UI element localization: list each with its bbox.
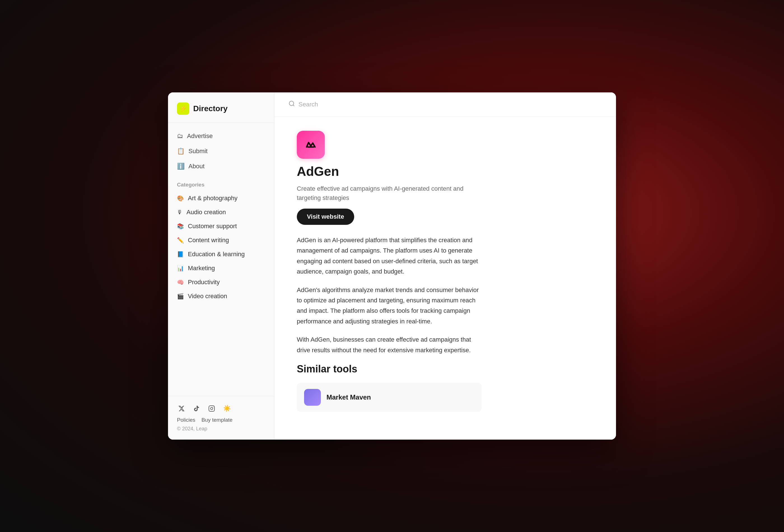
marketing-label: Marketing (188, 264, 215, 272)
copyright: © 2024, Leap (177, 426, 265, 432)
buy-template-link[interactable]: Buy template (201, 417, 232, 423)
customer-support-label: Customer support (188, 223, 237, 230)
advertise-label: Advertise (187, 133, 213, 140)
audio-creation-label: Audio creation (187, 208, 226, 216)
categories-label: Categories (168, 174, 274, 191)
instagram-icon[interactable] (207, 404, 216, 413)
app-window: ⚡ Directory 🗂 Advertise 📋 Submit ℹ️ Abou… (168, 92, 616, 440)
brand-logo-icon: ⚡ (177, 103, 189, 115)
advertise-icon: 🗂 (177, 133, 183, 140)
submit-label: Submit (189, 147, 207, 155)
footer-links: Policies Buy template (177, 417, 265, 423)
tiktok-icon[interactable] (192, 404, 201, 413)
art-photography-label: Art & photography (188, 195, 237, 202)
app-body: AdGen is an AI-powered platform that sim… (297, 235, 482, 355)
x-twitter-icon[interactable] (177, 404, 186, 413)
app-description: Create effective ad campaigns with AI-ge… (297, 184, 465, 202)
app-body-paragraph-3: With AdGen, businesses can create effect… (297, 334, 482, 355)
svg-line-4 (293, 105, 294, 106)
similar-tools-title: Similar tools (297, 363, 594, 375)
similar-tool-logo (304, 389, 321, 406)
sidebar-item-submit[interactable]: 📋 Submit (168, 144, 274, 159)
app-name: AdGen (297, 165, 594, 178)
video-creation-icon: 🎬 (177, 293, 184, 300)
sidebar-item-content-writing[interactable]: ✏️ Content writing (168, 233, 274, 247)
sidebar-item-education-learning[interactable]: 📘 Education & learning (168, 247, 274, 261)
sidebar-item-about[interactable]: ℹ️ About (168, 159, 274, 174)
about-icon: ℹ️ (177, 163, 185, 170)
policies-link[interactable]: Policies (177, 417, 195, 423)
sidebar-header: ⚡ Directory (168, 92, 274, 123)
app-body-paragraph-1: AdGen is an AI-powered platform that sim… (297, 235, 482, 277)
education-learning-label: Education & learning (188, 251, 245, 258)
theme-toggle-icon[interactable]: ☀️ (222, 404, 231, 413)
content-writing-label: Content writing (188, 236, 229, 244)
sidebar-item-art-photography[interactable]: 🎨 Art & photography (168, 191, 274, 205)
audio-creation-icon: 🎙 (177, 209, 183, 216)
sidebar-item-productivity[interactable]: 🧠 Productivity (168, 275, 274, 289)
submit-icon: 📋 (177, 147, 185, 155)
app-detail: AdGen Create effective ad campaigns with… (274, 117, 616, 440)
art-photography-icon: 🎨 (177, 195, 184, 202)
sidebar-item-audio-creation[interactable]: 🎙 Audio creation (168, 205, 274, 219)
app-logo (297, 131, 325, 159)
productivity-icon: 🧠 (177, 279, 184, 286)
similar-tool-card[interactable]: Market Maven (297, 383, 482, 412)
about-label: About (189, 163, 205, 170)
visit-website-button[interactable]: Visit website (297, 208, 354, 225)
sidebar-navigation: 🗂 Advertise 📋 Submit ℹ️ About Categories… (168, 123, 274, 303)
similar-tool-name: Market Maven (327, 393, 371, 401)
marketing-icon: 📊 (177, 265, 184, 272)
search-icon (288, 100, 295, 109)
svg-point-2 (213, 407, 214, 408)
sidebar-item-marketing[interactable]: 📊 Marketing (168, 261, 274, 275)
video-creation-label: Video creation (188, 292, 227, 300)
svg-point-3 (289, 101, 294, 106)
sidebar-item-advertise[interactable]: 🗂 Advertise (168, 129, 274, 144)
svg-rect-0 (209, 406, 215, 411)
content-writing-icon: ✏️ (177, 237, 184, 244)
sidebar: ⚡ Directory 🗂 Advertise 📋 Submit ℹ️ Abou… (168, 92, 274, 440)
social-icons-group: ☀️ (177, 404, 265, 413)
search-input[interactable] (299, 101, 602, 108)
education-learning-icon: 📘 (177, 251, 184, 258)
sidebar-title: Directory (193, 104, 228, 113)
sidebar-item-video-creation[interactable]: 🎬 Video creation (168, 289, 274, 303)
sidebar-footer: ☀️ Policies Buy template © 2024, Leap (168, 396, 274, 440)
productivity-label: Productivity (188, 279, 220, 286)
search-bar (274, 92, 616, 117)
app-body-paragraph-2: AdGen's algorithms analyze market trends… (297, 285, 482, 327)
customer-support-icon: 📚 (177, 223, 184, 230)
app-header: AdGen Create effective ad campaigns with… (297, 131, 594, 225)
sidebar-item-customer-support[interactable]: 📚 Customer support (168, 219, 274, 233)
main-content: AdGen Create effective ad campaigns with… (274, 92, 616, 440)
svg-point-1 (211, 408, 213, 410)
